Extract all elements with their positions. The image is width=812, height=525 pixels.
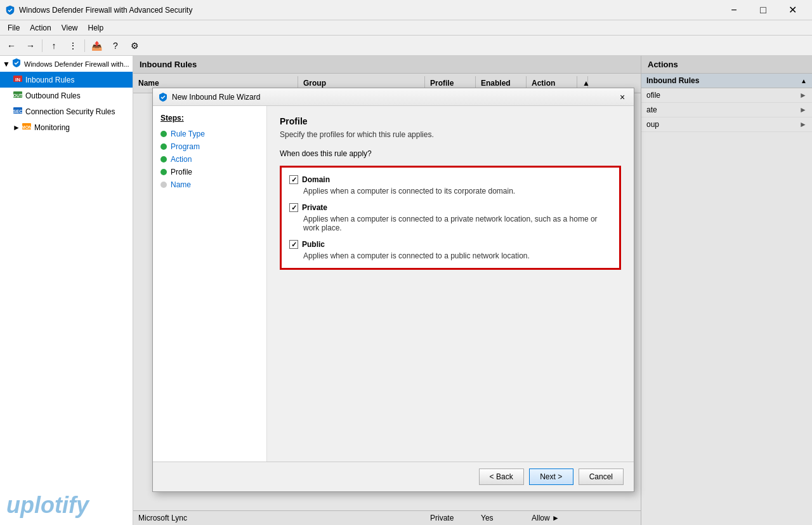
domain-option-header: Domain	[289, 175, 612, 184]
toolbar: ← → ↑ ⋮ 📤 ? ⚙	[0, 36, 812, 56]
steps-label: Steps:	[160, 114, 259, 123]
firewall-icon	[11, 58, 22, 70]
step-dot-profile	[160, 169, 167, 175]
public-option-header: Public	[289, 240, 612, 249]
step-dot-rule-type	[160, 131, 167, 137]
profile-title: Profile	[280, 116, 621, 126]
svg-text:MON: MON	[22, 125, 32, 130]
steps-panel: Steps: Rule Type Program Action	[153, 106, 267, 462]
svg-text:SEC: SEC	[13, 109, 22, 114]
outbound-rules-icon: OUT	[13, 90, 23, 102]
step-dot-program	[160, 143, 167, 150]
domain-checkbox[interactable]	[289, 175, 298, 184]
sidebar-item-inbound-rules[interactable]: IN Inbound Rules	[0, 72, 133, 88]
cancel-button[interactable]: Cancel	[579, 469, 624, 485]
sidebar-item-label-inbound: Inbound Rules	[25, 76, 74, 84]
sidebar-item-label-monitoring: Monitoring	[34, 123, 70, 132]
back-button[interactable]: ←	[3, 37, 20, 54]
menu-view[interactable]: View	[56, 22, 83, 34]
private-description: Applies when a computer is connected to …	[289, 215, 612, 232]
back-button[interactable]: < Back	[479, 469, 524, 485]
step-dot-name	[160, 182, 167, 188]
help-button[interactable]: ?	[107, 37, 124, 54]
export-button[interactable]: 📤	[88, 37, 105, 54]
properties-button[interactable]: ⚙	[126, 37, 143, 54]
show-hide-button[interactable]: ⋮	[64, 37, 82, 54]
tree-root[interactable]: ▼ Windows Defender Firewall with...	[0, 56, 133, 72]
profile-subtitle: Specify the profiles for which this rule…	[280, 130, 621, 139]
menu-file[interactable]: File	[3, 22, 25, 34]
left-panel: ▼ Windows Defender Firewall with... IN I…	[0, 56, 133, 525]
step-action[interactable]: Action	[160, 153, 259, 166]
profile-option-domain: Domain Applies when a computer is connec…	[289, 175, 612, 196]
domain-description: Applies when a computer is connected to …	[289, 187, 612, 196]
dialog-close-button[interactable]: ×	[616, 91, 629, 103]
sidebar-item-label-outbound: Outbound Rules	[25, 91, 81, 100]
profile-option-private: Private Applies when a computer is conne…	[289, 203, 612, 232]
app-icon	[5, 5, 15, 15]
step-link-profile[interactable]: Profile	[171, 168, 192, 176]
private-checkbox[interactable]	[289, 203, 298, 212]
public-description: Applies when a computer is connected to …	[289, 251, 612, 260]
dialog-icon	[158, 92, 168, 102]
profile-options-box: Domain Applies when a computer is connec…	[280, 166, 621, 270]
menu-help[interactable]: Help	[83, 22, 109, 34]
inbound-rules-icon: IN	[13, 74, 23, 86]
forward-button[interactable]: →	[22, 37, 39, 54]
maximize-button[interactable]: □	[749, 0, 778, 20]
dialog-title-bar: New Inbound Rule Wizard ×	[153, 88, 634, 106]
monitoring-icon: MON	[22, 121, 32, 133]
dialog-title-text: New Inbound Rule Wizard	[172, 93, 616, 102]
step-program[interactable]: Program	[160, 140, 259, 153]
sidebar-item-outbound-rules[interactable]: OUT Outbound Rules	[0, 88, 133, 103]
expand-icon: ▼	[3, 60, 10, 69]
new-inbound-rule-dialog: New Inbound Rule Wizard × Steps: Rule Ty…	[152, 88, 634, 492]
public-checkbox[interactable]	[289, 240, 298, 249]
private-option-header: Private	[289, 203, 612, 212]
step-link-program[interactable]: Program	[171, 142, 200, 151]
step-link-action[interactable]: Action	[171, 155, 192, 164]
title-bar: Windows Defender Firewall with Advanced …	[0, 0, 812, 20]
watermark: uplotify	[6, 492, 89, 519]
toolbar-separator-1	[42, 39, 43, 52]
next-button[interactable]: Next >	[529, 469, 573, 485]
public-label[interactable]: Public	[302, 240, 325, 249]
domain-label[interactable]: Domain	[302, 175, 330, 184]
sidebar-item-monitoring[interactable]: ► MON Monitoring	[0, 119, 133, 135]
step-profile[interactable]: Profile	[160, 166, 259, 178]
step-rule-type[interactable]: Rule Type	[160, 128, 259, 140]
window-controls: − □ ✕	[719, 0, 807, 20]
tree-root-label: Windows Defender Firewall with...	[24, 60, 129, 68]
window-title: Windows Defender Firewall with Advanced …	[19, 6, 719, 15]
svg-text:IN: IN	[15, 77, 20, 83]
step-name[interactable]: Name	[160, 178, 259, 191]
menu-bar: File Action View Help	[0, 20, 812, 36]
dialog-footer: < Back Next > Cancel	[153, 462, 634, 491]
sidebar-item-label-connection: Connection Security Rules	[25, 107, 115, 116]
connection-security-icon: SEC	[13, 105, 23, 117]
svg-text:OUT: OUT	[13, 93, 23, 98]
profile-option-public: Public Applies when a computer is connec…	[289, 240, 612, 260]
main-layout: ▼ Windows Defender Firewall with... IN I…	[0, 56, 812, 525]
profile-content: Profile Specify the profiles for which t…	[267, 106, 634, 462]
minimize-button[interactable]: −	[719, 0, 749, 20]
toolbar-separator-2	[84, 39, 85, 52]
step-link-rule-type[interactable]: Rule Type	[171, 130, 205, 138]
step-dot-action	[160, 156, 167, 163]
profile-question: When does this rule apply?	[280, 149, 621, 158]
monitoring-expand-icon: ►	[13, 123, 20, 132]
dialog-body: Steps: Rule Type Program Action	[153, 106, 634, 462]
sidebar-item-connection-security[interactable]: SEC Connection Security Rules	[0, 103, 133, 119]
private-label[interactable]: Private	[302, 203, 327, 212]
close-button[interactable]: ✕	[778, 0, 807, 20]
step-link-name[interactable]: Name	[171, 180, 191, 189]
menu-action[interactable]: Action	[25, 22, 56, 34]
up-button[interactable]: ↑	[45, 37, 63, 54]
